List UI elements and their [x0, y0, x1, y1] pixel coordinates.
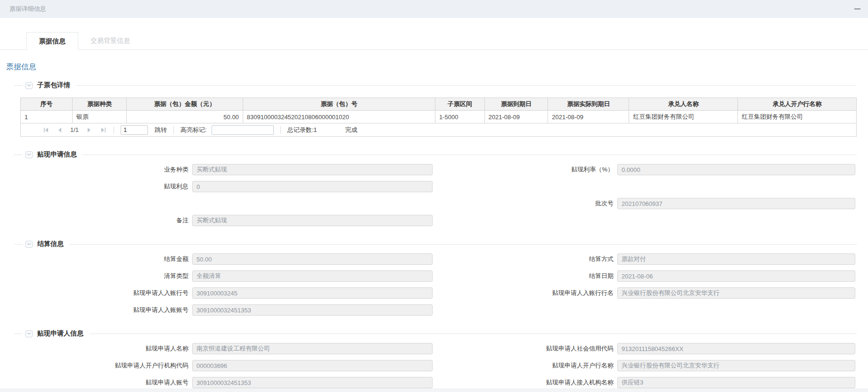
pagination-bar: 1/1 跳转 高亮标记: 总记录数:1 完成	[20, 123, 857, 137]
table-cell: 2021-08-09	[484, 111, 548, 123]
field-input[interactable]	[617, 343, 855, 354]
highlight-input[interactable]	[212, 125, 274, 135]
field-label: 清算类型	[164, 272, 188, 280]
chevron-down-icon[interactable]	[25, 82, 33, 89]
column-header: 序号	[21, 98, 73, 111]
subbill-table: 序号票据种类票据（包）金额（元）票据（包）号子票区间票据到期日票据实际到期日承兑…	[20, 98, 857, 123]
last-page-icon[interactable]	[99, 126, 107, 134]
field-input[interactable]	[617, 287, 855, 299]
field-input[interactable]	[192, 304, 433, 316]
field-input[interactable]	[192, 377, 433, 388]
column-header: 承兑人开户行名称	[738, 98, 857, 111]
tab-bill-info[interactable]: 票据信息	[26, 32, 78, 50]
form-section: 贴现申请信息业务种类贴现利率（%）贴现利息批次号备注	[0, 150, 868, 226]
section-subbill-detail: 子票包详情 序号票据种类票据（包）金额（元）票据（包）号子票区间票据到期日票据实…	[0, 81, 868, 137]
field-label: 结算方式	[589, 255, 614, 263]
divider	[114, 126, 114, 134]
field-input[interactable]	[617, 360, 855, 371]
form-row: 贴现申请人入账行号贴现申请人入账行行名	[0, 287, 868, 299]
status-text: 完成	[345, 126, 358, 134]
jump-button[interactable]: 跳转	[155, 126, 167, 134]
form-row: 批次号	[0, 198, 868, 209]
field-label: 贴现利息	[164, 182, 188, 191]
field-input[interactable]	[192, 287, 433, 299]
form-row: 贴现申请人入账账号	[0, 304, 868, 316]
column-header: 票据（包）号	[243, 98, 435, 111]
field-label: 贴现申请人账号	[146, 378, 188, 387]
first-page-icon[interactable]	[42, 126, 49, 134]
form-row: 备注	[0, 215, 868, 226]
form-row: 贴现申请人开户行机构代码贴现申请人开户行名称	[0, 360, 868, 371]
field-input[interactable]	[192, 215, 433, 226]
field-label: 贴现申请人名称	[146, 344, 188, 353]
horizontal-scrollbar-track[interactable]	[0, 388, 868, 392]
field-input[interactable]	[617, 164, 855, 175]
chevron-down-icon[interactable]	[25, 241, 33, 248]
column-header: 票据（包）金额（元）	[127, 98, 243, 111]
tab-bar: 票据信息 交易背景信息	[0, 32, 868, 50]
field-input[interactable]	[192, 164, 433, 175]
minimize-icon[interactable]	[854, 8, 860, 9]
highlight-label: 高亮标记:	[180, 126, 207, 134]
field-label: 备注	[176, 216, 188, 225]
field-input[interactable]	[192, 343, 433, 354]
column-header: 票据到期日	[484, 98, 548, 111]
table-cell: 1-5000	[435, 111, 484, 123]
column-header: 承兑人名称	[629, 98, 738, 111]
form-sections: 贴现申请信息业务种类贴现利率（%）贴现利息批次号备注结算信息结算金额结算方式清算…	[0, 150, 868, 388]
field-input[interactable]	[192, 270, 433, 282]
section-title: 结算信息	[37, 240, 64, 248]
section-header: 结算信息	[14, 239, 857, 249]
form-row: 业务种类贴现利率（%）	[0, 164, 868, 175]
tab-trade-background[interactable]: 交易背景信息	[78, 32, 142, 50]
section-title: 贴现申请信息	[37, 150, 77, 159]
field-label: 贴现申请人开户行机构代码	[115, 361, 188, 370]
divider	[14, 334, 23, 334]
field-label: 贴现申请人入账账号	[133, 306, 188, 314]
column-header: 票据种类	[72, 98, 126, 111]
divider	[69, 244, 857, 245]
column-header: 票据实际到期日	[548, 98, 629, 111]
table-cell: 红豆集团财务有限公司	[629, 111, 738, 123]
page-number-input[interactable]	[121, 125, 148, 135]
subbill-header-row: 序号票据种类票据（包）金额（元）票据（包）号子票区间票据到期日票据实际到期日承兑…	[21, 98, 857, 111]
field-input[interactable]	[617, 377, 855, 388]
divider	[76, 85, 857, 86]
bill-detail-window: 票据详细信息 票据信息 交易背景信息 票据信息 子票包详情 序号票据种类票据（包…	[0, 0, 868, 392]
form-row: 贴现申请人账号贴现申请人接入机构名称	[0, 377, 868, 388]
field-label: 结算金额	[164, 255, 188, 263]
section-header: 贴现申请人信息	[14, 329, 857, 338]
divider	[14, 155, 23, 155]
chevron-down-icon[interactable]	[25, 151, 33, 158]
section-header: 贴现申请信息	[14, 150, 857, 159]
page-indicator: 1/1	[70, 126, 79, 133]
divider	[14, 85, 23, 86]
form-section: 贴现申请人信息贴现申请人名称贴现申请人社会信用代码贴现申请人开户行机构代码贴现申…	[0, 329, 868, 388]
table-cell: 红豆集团财务有限公司	[738, 111, 857, 123]
divider	[14, 244, 23, 245]
field-input[interactable]	[192, 181, 433, 192]
table-cell: 1	[21, 111, 73, 123]
field-input[interactable]	[617, 198, 855, 209]
field-input[interactable]	[617, 253, 855, 265]
window-titlebar: 票据详细信息	[0, 0, 868, 18]
table-cell: 50.00	[127, 111, 243, 123]
field-label: 批次号	[595, 199, 614, 208]
divider	[82, 155, 857, 155]
table-row[interactable]: 1银票50.008309100003245202108060000010201-…	[21, 111, 857, 123]
field-input[interactable]	[192, 360, 433, 371]
subbill-body: 1银票50.008309100003245202108060000010201-…	[21, 111, 857, 123]
column-header: 子票区间	[435, 98, 484, 111]
prev-page-icon[interactable]	[56, 126, 64, 134]
page-title: 票据信息	[6, 62, 868, 72]
field-input[interactable]	[617, 270, 855, 282]
next-page-icon[interactable]	[85, 126, 93, 134]
section-title: 子票包详情	[37, 81, 70, 90]
form-row: 清算类型结算日期	[0, 270, 868, 282]
divider	[173, 126, 174, 134]
form-row: 贴现利息	[0, 181, 868, 192]
field-input[interactable]	[192, 253, 433, 265]
form-row: 结算金额结算方式	[0, 253, 868, 265]
field-label: 结算日期	[589, 272, 614, 280]
chevron-down-icon[interactable]	[25, 330, 33, 337]
